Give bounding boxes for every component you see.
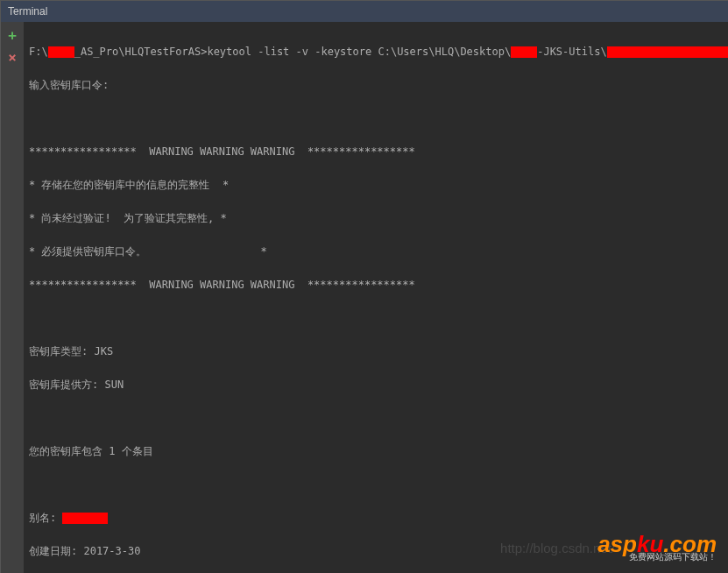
alias-line: 别名: — [29, 510, 725, 527]
keystore-type: 密钥库类型: JKS — [29, 343, 725, 360]
site-tagline: 免费网站源码下载站！ — [629, 548, 717, 565]
warn-line: * 存储在您的密钥库中的信息的完整性 * — [29, 177, 725, 194]
enter-password: 输入密钥库口令: — [29, 77, 725, 94]
keystore-provider: 密钥库提供方: SUN — [29, 377, 725, 393]
warn-line: * 必须提供密钥库口令。 * — [29, 244, 725, 260]
add-session-icon[interactable]: + — [8, 27, 17, 44]
redacted — [607, 46, 728, 58]
title-text: Terminal — [8, 5, 47, 18]
warn-line: * 尚未经过验证! 为了验证其完整性, * — [29, 210, 725, 227]
redacted — [48, 46, 74, 58]
redacted — [62, 513, 108, 524]
redacted — [511, 46, 537, 58]
terminal-body: + × F:\_AS_Pro\HLQTestForAS>keytool -lis… — [1, 22, 728, 573]
title-bar: Terminal — [1, 1, 728, 22]
terminal-window: Terminal + × F:\_AS_Pro\HLQTestForAS>key… — [0, 0, 728, 573]
terminal-output[interactable]: F:\_AS_Pro\HLQTestForAS>keytool -list -v… — [24, 22, 728, 573]
warn-stars: ***************** WARNING WARNING WARNIN… — [29, 144, 725, 160]
cmd-line: F:\_AS_Pro\HLQTestForAS>keytool -list -v… — [29, 44, 725, 60]
entries-count: 您的密钥库包含 1 个条目 — [29, 443, 725, 460]
warn-stars: ***************** WARNING WARNING WARNIN… — [29, 277, 725, 294]
close-session-icon[interactable]: × — [8, 49, 17, 66]
gutter: + × — [1, 22, 24, 573]
